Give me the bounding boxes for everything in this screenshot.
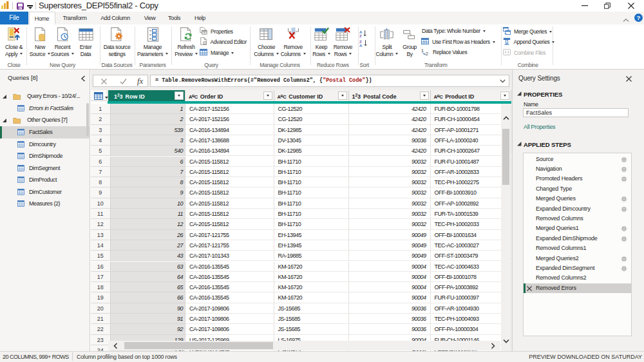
svg-text:A: A: [359, 44, 363, 47]
svg-text:Z: Z: [359, 40, 362, 44]
svg-text:1: 1: [421, 48, 424, 53]
svg-text:A: A: [359, 30, 363, 34]
svg-text:Z: Z: [359, 34, 362, 37]
svg-text:2: 2: [426, 52, 428, 55]
